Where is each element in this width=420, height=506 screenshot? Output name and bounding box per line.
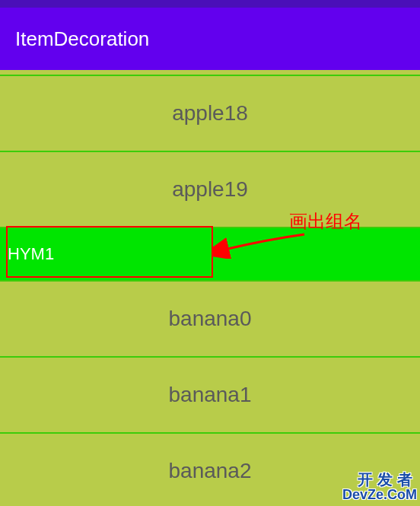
status-bar bbox=[0, 0, 420, 8]
group-header-label: HYM1 bbox=[8, 244, 54, 264]
list-item[interactable]: banana1 bbox=[0, 358, 420, 434]
list-item[interactable]: apple18 bbox=[0, 76, 420, 152]
app-bar: ItemDecoration bbox=[0, 8, 420, 70]
list-item-label: banana0 bbox=[168, 307, 251, 331]
list-container[interactable]: apple18 apple19 HYM1 banana0 banana1 ban… bbox=[0, 70, 420, 506]
list-item[interactable]: banana2 bbox=[0, 434, 420, 506]
list-item[interactable]: banana0 bbox=[0, 282, 420, 358]
group-header: HYM1 bbox=[0, 228, 420, 282]
list-item-label: banana1 bbox=[168, 383, 251, 407]
list-top-gap bbox=[0, 70, 420, 76]
list-item-label: banana2 bbox=[168, 459, 251, 483]
list-item[interactable]: apple19 bbox=[0, 152, 420, 228]
app-bar-title: ItemDecoration bbox=[15, 27, 149, 51]
list-item-label: apple19 bbox=[172, 177, 248, 202]
list-item-label: apple18 bbox=[172, 101, 248, 126]
